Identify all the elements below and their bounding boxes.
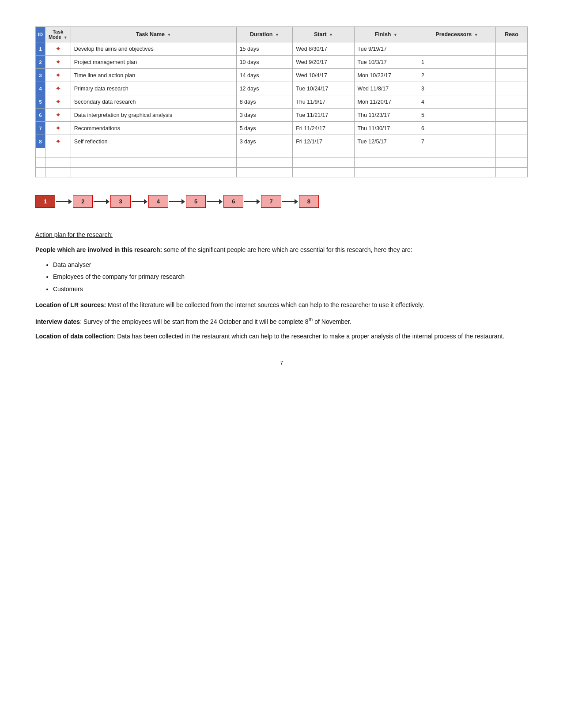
row-start: Fri 12/1/17 xyxy=(293,135,354,148)
empty-cell xyxy=(236,158,293,168)
row-finish: Wed 11/8/17 xyxy=(354,82,418,95)
empty-cell xyxy=(293,168,354,177)
row-mode: ✦ xyxy=(45,82,71,95)
row-duration: 14 days xyxy=(236,69,293,82)
row-start: Fri 11/24/17 xyxy=(293,122,354,135)
row-id: 8 xyxy=(36,135,45,148)
row-duration: 12 days xyxy=(236,82,293,95)
table-row: 7✦Recommendations5 daysFri 11/24/17Thu 1… xyxy=(36,122,528,135)
empty-cell xyxy=(45,158,71,168)
row-start: Wed 10/4/17 xyxy=(293,69,354,82)
col-header-resources[interactable]: Reso xyxy=(495,27,527,42)
row-finish: Thu 11/23/17 xyxy=(354,109,418,122)
row-resources xyxy=(495,109,527,122)
flow-arrow xyxy=(132,199,147,204)
location-data-rest: : Data has been collected in the restaur… xyxy=(113,333,504,340)
bullet-list: Data analyserEmployees of the company fo… xyxy=(53,260,528,295)
row-duration: 3 days xyxy=(236,135,293,148)
row-predecessors: 3 xyxy=(418,82,496,95)
empty-cell xyxy=(354,158,418,168)
task-mode-icon: ✦ xyxy=(55,58,61,66)
empty-cell xyxy=(71,168,236,177)
flow-box: 5 xyxy=(186,195,206,208)
col-header-predecessors[interactable]: Predecessors ▼ xyxy=(418,27,496,42)
col-header-mode[interactable]: TaskMode ▼ xyxy=(45,27,71,42)
row-task-name: Time line and action plan xyxy=(71,69,236,82)
row-task-name: Recommendations xyxy=(71,122,236,135)
flow-box: 3 xyxy=(110,195,130,208)
text-section: Action plan for the research: People whi… xyxy=(35,230,528,342)
row-predecessors: 6 xyxy=(418,122,496,135)
empty-cell xyxy=(236,168,293,177)
task-mode-icon: ✦ xyxy=(55,124,61,132)
flow-box: 4 xyxy=(148,195,168,208)
bullet-item: Customers xyxy=(53,284,528,295)
row-task-name: Project management plan xyxy=(71,56,236,69)
empty-cell xyxy=(495,168,527,177)
flow-arrow xyxy=(244,199,260,204)
empty-cell xyxy=(36,168,45,177)
row-predecessors: 5 xyxy=(418,109,496,122)
flow-arrow xyxy=(207,199,223,204)
row-finish: Tue 9/19/17 xyxy=(354,42,418,56)
row-id: 6 xyxy=(36,109,45,122)
gantt-table: ID TaskMode ▼ Task Name ▼ Duration ▼ Sta… xyxy=(35,26,528,177)
row-duration: 10 days xyxy=(236,56,293,69)
empty-cell xyxy=(36,158,45,168)
col-header-finish[interactable]: Finish ▼ xyxy=(354,27,418,42)
interview-dates-rest: : Survey of the employees will be start … xyxy=(80,318,308,325)
row-id: 5 xyxy=(36,95,45,109)
row-resources xyxy=(495,42,527,56)
flow-box: 6 xyxy=(223,195,243,208)
row-mode: ✦ xyxy=(45,69,71,82)
empty-cell xyxy=(293,148,354,158)
table-row: 4✦Primary data research12 daysTue 10/24/… xyxy=(36,82,528,95)
row-duration: 15 days xyxy=(236,42,293,56)
row-finish: Tue 12/5/17 xyxy=(354,135,418,148)
table-row: 8✦Self reflection3 daysFri 12/1/17Tue 12… xyxy=(36,135,528,148)
superscript: th xyxy=(309,316,313,322)
empty-cell xyxy=(418,168,496,177)
row-resources xyxy=(495,56,527,69)
task-mode-icon: ✦ xyxy=(55,71,61,79)
table-row-empty xyxy=(36,148,528,158)
row-resources xyxy=(495,82,527,95)
empty-cell xyxy=(71,148,236,158)
people-paragraph: People which are involved in this resear… xyxy=(35,245,528,255)
col-header-taskname[interactable]: Task Name ▼ xyxy=(71,27,236,42)
row-start: Thu 11/9/17 xyxy=(293,95,354,109)
row-task-name: Self reflection xyxy=(71,135,236,148)
row-task-name: Primary data research xyxy=(71,82,236,95)
task-mode-icon: ✦ xyxy=(55,98,61,106)
flow-box: 2 xyxy=(73,195,93,208)
task-mode-icon: ✦ xyxy=(55,45,61,53)
empty-cell xyxy=(293,158,354,168)
task-mode-icon: ✦ xyxy=(55,111,61,119)
col-header-duration[interactable]: Duration ▼ xyxy=(236,27,293,42)
row-predecessors xyxy=(418,42,496,56)
empty-cell xyxy=(418,148,496,158)
empty-cell xyxy=(418,158,496,168)
people-rest: some of the significant people are here … xyxy=(162,246,412,253)
flow-box: 7 xyxy=(261,195,281,208)
row-task-name: Data interpretation by graphical analysi… xyxy=(71,109,236,122)
task-mode-icon: ✦ xyxy=(55,137,61,146)
row-mode: ✦ xyxy=(45,56,71,69)
row-resources xyxy=(495,122,527,135)
empty-cell xyxy=(236,148,293,158)
row-id: 1 xyxy=(36,42,45,56)
row-predecessors: 7 xyxy=(418,135,496,148)
people-bold: People which are involved in this resear… xyxy=(35,246,162,253)
row-duration: 8 days xyxy=(236,95,293,109)
flow-arrow xyxy=(169,199,185,204)
row-mode: ✦ xyxy=(45,109,71,122)
empty-cell xyxy=(495,158,527,168)
flow-arrow xyxy=(56,199,72,204)
interview-dates-end: of November. xyxy=(313,318,351,325)
col-header-start[interactable]: Start ▼ xyxy=(293,27,354,42)
table-row: 6✦Data interpretation by graphical analy… xyxy=(36,109,528,122)
bullet-item: Employees of the company for primary res… xyxy=(53,272,528,282)
row-resources xyxy=(495,135,527,148)
table-row-empty xyxy=(36,168,528,177)
row-finish: Thu 11/30/17 xyxy=(354,122,418,135)
